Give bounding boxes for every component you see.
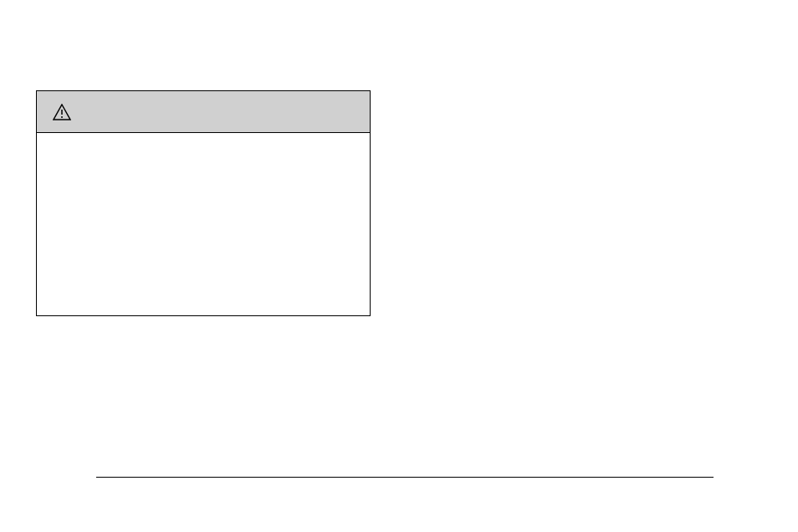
warning-body	[37, 133, 370, 315]
warning-header	[37, 91, 370, 133]
horizontal-rule	[96, 477, 714, 478]
warning-triangle-icon	[52, 102, 72, 122]
warning-box	[36, 90, 371, 316]
svg-point-1	[61, 116, 63, 118]
